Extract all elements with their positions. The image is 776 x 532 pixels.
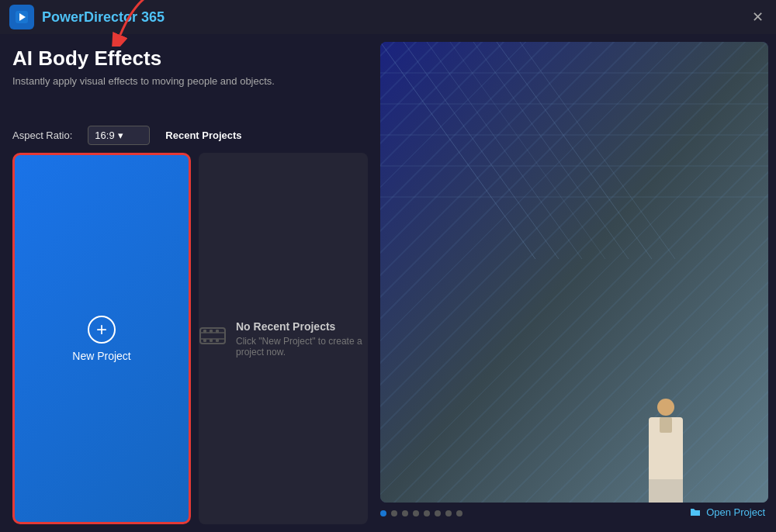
folder-icon [689,506,702,518]
main-container: AI Body Effects Instantly apply visual e… [0,34,776,532]
preview-controls: Open Project [380,503,768,524]
svg-line-16 [473,42,629,259]
app-logo [9,5,34,29]
no-recent-text: No Recent Projects Click "New Project" t… [236,320,368,358]
svg-line-18 [520,42,675,259]
dot-2[interactable] [391,510,397,516]
svg-rect-10 [210,339,213,342]
dot-3[interactable] [402,510,408,516]
film-icon [199,322,227,355]
svg-rect-9 [203,339,206,342]
arrow-indicator [109,0,186,47]
preview-content [380,42,768,503]
right-panel: Open Project [380,34,776,532]
dots-indicator [380,507,462,520]
project-area: + New Project [12,153,368,524]
dot-7[interactable] [445,510,452,516]
dot-8[interactable] [456,510,462,516]
no-recent-desc: Click "New Project" to create a project … [236,336,368,358]
left-panel: AI Body Effects Instantly apply visual e… [0,34,380,532]
svg-line-14 [427,42,582,259]
new-project-button[interactable]: + New Project [12,153,191,524]
svg-rect-6 [203,330,206,333]
new-project-label: New Project [72,350,130,362]
svg-rect-11 [216,339,219,342]
dot-1[interactable] [380,510,386,516]
new-project-plus-icon: + [88,316,116,344]
aspect-ratio-label: Aspect Ratio: [12,130,72,141]
recent-projects-label: Recent Projects [165,130,241,141]
person-figure [649,399,683,503]
open-project-link[interactable]: Open Project [689,506,768,518]
svg-line-12 [380,42,535,259]
svg-line-13 [404,42,559,259]
close-button[interactable]: ✕ [748,8,767,26]
no-recent-title: No Recent Projects [236,320,368,333]
svg-rect-8 [216,330,219,333]
architecture-svg [380,42,768,503]
feature-desc: Instantly apply visual effects to moving… [12,75,368,87]
preview-image [380,42,768,503]
svg-line-15 [450,42,605,259]
aspect-ratio-select[interactable]: 16:9 ▾ [88,126,150,145]
controls-row: Aspect Ratio: 16:9 ▾ Recent Projects [12,126,368,145]
no-recent-projects: No Recent Projects Click "New Project" t… [199,153,368,524]
dot-5[interactable] [424,510,430,516]
svg-rect-7 [210,330,213,333]
dot-4[interactable] [413,510,419,516]
dot-6[interactable] [435,510,441,516]
svg-line-17 [497,42,652,259]
feature-title: AI Body Effects [12,47,368,71]
